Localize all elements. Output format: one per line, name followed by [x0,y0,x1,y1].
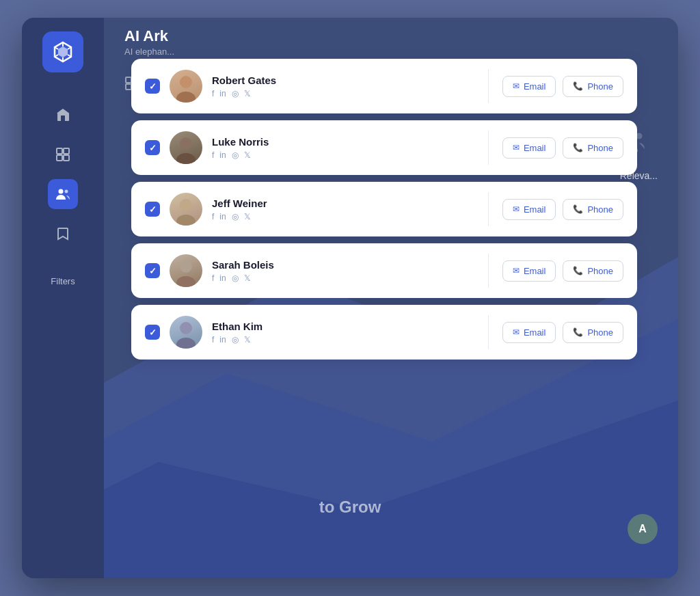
svg-point-16 [59,189,64,194]
check-icon: ✓ [149,81,157,92]
svg-point-30 [180,260,192,273]
email-icon: ✉ [513,204,520,214]
svg-rect-20 [126,84,131,90]
svg-point-29 [176,215,196,226]
check-icon: ✓ [149,204,157,215]
nav-home[interactable] [48,100,78,130]
linkedin-icon[interactable]: in [219,150,226,160]
email-icon: ✉ [513,327,520,337]
email-button-ethan[interactable]: ✉ Email [502,322,556,343]
contact-card-luke-norris: ✓ Luke Norris f in ◎ 𝕏 [131,120,637,175]
card-divider-robert [488,69,489,103]
check-icon: ✓ [149,327,157,338]
email-button-jeff[interactable]: ✉ Email [502,199,556,220]
svg-point-31 [176,276,196,287]
twitter-icon[interactable]: 𝕏 [244,273,251,283]
grow-text: to Grow [319,498,381,517]
linkedin-icon[interactable]: in [219,335,226,344]
social-icons-ethan: f in ◎ 𝕏 [212,335,262,344]
twitter-icon[interactable]: 𝕏 [244,335,251,344]
social-icons-sarah: f in ◎ 𝕏 [212,273,274,283]
svg-point-33 [176,338,196,349]
card-actions-luke: ✉ Email 📞 Phone [502,137,623,159]
svg-rect-18 [126,77,131,83]
card-actions-robert: ✉ Email 📞 Phone [502,76,623,97]
phone-button-luke[interactable]: 📞 Phone [563,137,623,159]
card-actions-ethan: ✉ Email 📞 Phone [502,322,623,343]
contact-info-sarah: Sarah Boleis f in ◎ 𝕏 [212,259,274,283]
email-button-robert[interactable]: ✉ Email [502,76,556,97]
card-divider-luke [488,131,489,165]
facebook-icon[interactable]: f [212,212,214,221]
contact-card-sarah-boleis: ✓ Sarah Boleis f in ◎ 𝕏 [131,243,637,298]
facebook-icon[interactable]: f [212,273,214,283]
contact-card-robert-gates: ✓ Robert Gates f in ◎ 𝕏 [131,59,637,113]
sidebar-nav [48,100,78,249]
twitter-icon[interactable]: 𝕏 [244,89,251,98]
checkbox-sarah[interactable]: ✓ [145,263,160,278]
instagram-icon[interactable]: ◎ [232,212,239,221]
nav-bookmark[interactable] [48,219,78,249]
instagram-icon[interactable]: ◎ [232,89,239,98]
card-left-robert: ✓ Robert Gates f in ◎ 𝕏 [145,70,474,103]
card-divider-jeff [488,192,489,226]
user-avatar[interactable]: A [628,514,658,544]
logo-icon [51,40,75,64]
instagram-icon[interactable]: ◎ [232,273,239,283]
card-divider-ethan [488,315,489,349]
facebook-icon[interactable]: f [212,335,214,344]
card-divider-sarah [488,254,489,288]
phone-button-ethan[interactable]: 📞 Phone [563,322,623,343]
avatar-luke [170,131,202,164]
svg-marker-4 [58,46,68,57]
svg-rect-12 [57,148,62,154]
email-button-luke[interactable]: ✉ Email [502,137,556,159]
svg-point-25 [176,92,196,103]
social-icons-jeff: f in ◎ 𝕏 [212,212,267,221]
checkbox-ethan[interactable]: ✓ [145,325,160,340]
linkedin-icon[interactable]: in [219,212,226,221]
facebook-icon[interactable]: f [212,150,214,160]
contact-info-jeff: Jeff Weiner f in ◎ 𝕏 [212,198,267,221]
app-subtitle: AI elephan... [124,46,174,57]
checkbox-luke[interactable]: ✓ [145,140,160,155]
card-actions-jeff: ✉ Email 📞 Phone [502,199,623,220]
svg-rect-11 [61,116,65,121]
nav-people[interactable] [48,179,78,209]
contact-name-luke: Luke Norris [212,136,269,148]
facebook-icon[interactable]: f [212,89,214,98]
social-icons-luke: f in ◎ 𝕏 [212,150,269,160]
phone-button-jeff[interactable]: 📞 Phone [563,199,623,220]
linkedin-icon[interactable]: in [219,89,226,98]
svg-point-17 [65,190,68,193]
phone-icon: 📞 [573,327,583,337]
phone-icon: 📞 [573,204,583,214]
app-title: AI Ark [124,27,174,45]
email-button-sarah[interactable]: ✉ Email [502,260,556,282]
nav-grid[interactable] [48,139,78,170]
linkedin-icon[interactable]: in [219,273,226,283]
contact-card-jeff-weiner: ✓ Jeff Weiner f in ◎ 𝕏 [131,182,637,236]
card-left-luke: ✓ Luke Norris f in ◎ 𝕏 [145,131,474,164]
card-left-sarah: ✓ Sarah Boleis f in ◎ 𝕏 [145,254,474,287]
checkbox-jeff[interactable]: ✓ [145,202,160,217]
phone-button-robert[interactable]: 📞 Phone [563,76,623,97]
contact-info-robert: Robert Gates f in ◎ 𝕏 [212,74,276,98]
card-actions-sarah: ✉ Email 📞 Phone [502,260,623,282]
phone-icon: 📞 [573,81,583,91]
twitter-icon[interactable]: 𝕏 [244,150,251,160]
avatar-ethan [170,316,202,349]
contact-name-sarah: Sarah Boleis [212,259,274,271]
contact-name-jeff: Jeff Weiner [212,198,267,209]
svg-point-32 [180,322,192,334]
instagram-icon[interactable]: ◎ [232,335,239,344]
twitter-icon[interactable]: 𝕏 [244,212,251,221]
avatar-sarah [170,254,202,287]
phone-button-sarah[interactable]: 📞 Phone [563,260,623,282]
instagram-icon[interactable]: ◎ [232,150,239,160]
check-icon: ✓ [149,143,157,153]
svg-point-26 [180,137,192,150]
svg-point-24 [180,76,192,88]
checkbox-robert[interactable]: ✓ [145,79,160,94]
card-left-jeff: ✓ Jeff Weiner f in ◎ 𝕏 [145,193,474,226]
